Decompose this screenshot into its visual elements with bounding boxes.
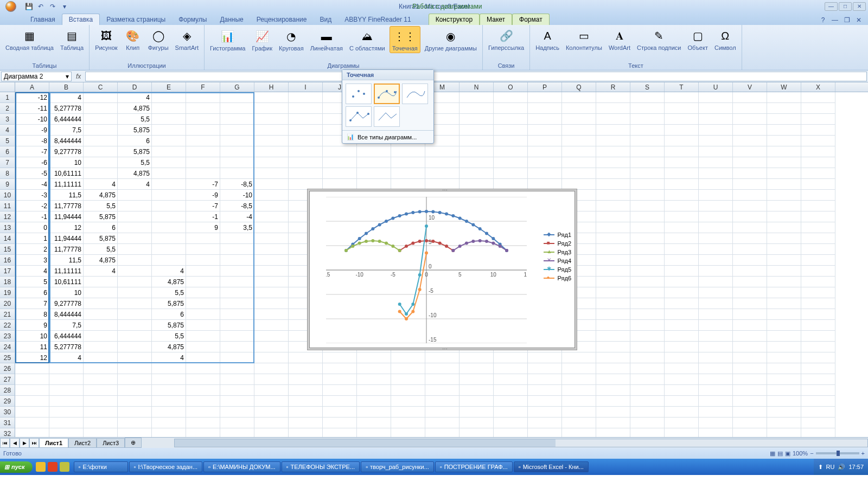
resize-handle[interactable]: ⋯ (442, 187, 448, 193)
cell[interactable] (459, 407, 494, 418)
cell[interactable] (733, 157, 767, 168)
cell[interactable] (562, 157, 596, 168)
cell[interactable]: 5,5 (152, 331, 186, 342)
cell[interactable] (220, 342, 254, 352)
cell[interactable]: 6,444444 (49, 331, 84, 342)
cell[interactable] (254, 363, 289, 374)
cell[interactable] (152, 190, 186, 201)
cell[interactable] (186, 385, 220, 396)
cell[interactable] (630, 233, 665, 244)
cell[interactable] (289, 407, 323, 418)
cell[interactable] (118, 374, 152, 385)
cell[interactable]: -4 (220, 211, 254, 222)
cell[interactable] (357, 428, 391, 437)
cell[interactable] (767, 266, 801, 277)
column-header[interactable]: U (699, 82, 733, 92)
cell[interactable] (699, 363, 733, 374)
cell[interactable]: 9 (186, 222, 220, 233)
cell[interactable] (118, 320, 152, 331)
cell[interactable] (84, 309, 118, 320)
cell[interactable] (767, 244, 801, 255)
cell[interactable]: 11,5 (49, 190, 84, 201)
cell[interactable] (391, 396, 425, 407)
row-header[interactable]: 15 (0, 244, 15, 255)
column-header[interactable]: G (220, 82, 254, 92)
redo-icon[interactable]: ↷ (48, 2, 58, 11)
cell[interactable] (220, 407, 254, 418)
column-header[interactable]: O (494, 82, 528, 92)
cell[interactable] (733, 277, 767, 287)
cell[interactable] (118, 298, 152, 309)
cell[interactable] (665, 428, 699, 437)
cell[interactable] (323, 374, 357, 385)
cell[interactable]: 11,94444 (49, 211, 84, 222)
cell[interactable] (767, 363, 801, 374)
cell[interactable] (733, 146, 767, 157)
cell[interactable]: 5,5 (84, 201, 118, 211)
cell[interactable] (630, 211, 665, 222)
cell[interactable]: 11 (15, 342, 49, 352)
tray-icon[interactable]: 🔊 (838, 464, 845, 471)
cell[interactable] (528, 418, 562, 428)
cell[interactable] (665, 277, 699, 287)
cell[interactable] (425, 363, 459, 374)
cell[interactable] (733, 92, 767, 103)
cell[interactable] (562, 146, 596, 157)
cell[interactable] (49, 418, 84, 428)
cell[interactable] (733, 298, 767, 309)
cell[interactable] (767, 125, 801, 136)
cell[interactable] (801, 92, 835, 103)
cell[interactable] (289, 125, 323, 136)
cell[interactable] (665, 374, 699, 385)
cell[interactable]: 5,875 (118, 146, 152, 157)
cell[interactable] (118, 352, 152, 363)
cell[interactable] (767, 179, 801, 190)
cell[interactable] (152, 407, 186, 418)
cell[interactable] (767, 287, 801, 298)
cell[interactable] (767, 92, 801, 103)
cell[interactable] (733, 287, 767, 298)
cell[interactable] (596, 363, 630, 374)
cell[interactable] (152, 233, 186, 244)
cell[interactable]: 4 (84, 179, 118, 190)
sheet-tab-1[interactable]: Лист1 (39, 438, 68, 448)
cell[interactable] (596, 222, 630, 233)
cell[interactable] (665, 396, 699, 407)
cell[interactable] (254, 342, 289, 352)
cell[interactable]: 11,94444 (49, 233, 84, 244)
sheet-nav-last[interactable]: ⏭ (29, 438, 39, 448)
cell[interactable] (357, 374, 391, 385)
office-button[interactable] (0, 0, 22, 13)
cell[interactable] (152, 157, 186, 168)
cell[interactable]: 8,444444 (49, 136, 84, 146)
cell[interactable]: 5,277778 (49, 103, 84, 114)
cell[interactable]: 10,61111 (49, 277, 84, 287)
cell[interactable] (289, 418, 323, 428)
cell[interactable] (118, 385, 152, 396)
cell[interactable] (84, 168, 118, 179)
cell[interactable] (391, 179, 425, 190)
cell[interactable] (494, 136, 528, 146)
cell[interactable] (254, 201, 289, 211)
cell[interactable] (630, 352, 665, 363)
cell[interactable] (665, 168, 699, 179)
cell[interactable] (733, 125, 767, 136)
row-header[interactable]: 5 (0, 136, 15, 146)
cell[interactable] (357, 407, 391, 418)
cell[interactable] (289, 103, 323, 114)
cell[interactable] (186, 363, 220, 374)
resize-handle[interactable]: ⋯ (442, 346, 448, 352)
cell[interactable] (494, 92, 528, 103)
cell[interactable] (391, 157, 425, 168)
cell[interactable] (152, 136, 186, 146)
cell[interactable] (665, 363, 699, 374)
cell[interactable] (767, 222, 801, 233)
hyperlink-button[interactable]: 🔗Гиперссылка (486, 26, 526, 52)
cell[interactable] (596, 320, 630, 331)
tab-review[interactable]: Рецензирование (250, 14, 314, 25)
cell[interactable] (801, 136, 835, 146)
cell[interactable] (665, 179, 699, 190)
row-header[interactable]: 16 (0, 255, 15, 266)
object-button[interactable]: ▢Объект (686, 26, 710, 52)
cell[interactable]: 5,875 (152, 298, 186, 309)
